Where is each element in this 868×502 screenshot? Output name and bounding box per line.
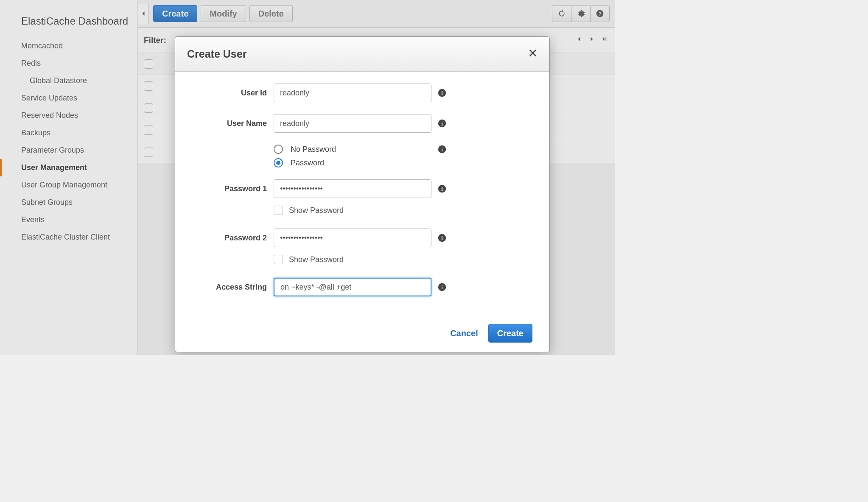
info-icon[interactable]: i: [437, 233, 447, 243]
sidebar-item-events[interactable]: Events: [0, 211, 137, 229]
select-all-checkbox[interactable]: [144, 59, 153, 69]
show-password1-checkbox[interactable]: [274, 206, 283, 215]
modal-header: Create User: [175, 37, 549, 72]
last-page-icon: [600, 35, 609, 43]
sidebar: ElastiCache Dashboard MemcachedRedisGlob…: [0, 0, 138, 355]
cancel-button[interactable]: Cancel: [450, 329, 478, 338]
info-icon[interactable]: i: [437, 88, 447, 98]
row-checkbox[interactable]: [144, 126, 153, 135]
sidebar-item-redis[interactable]: Redis: [0, 55, 137, 72]
sidebar-item-parameter-groups[interactable]: Parameter Groups: [0, 142, 137, 159]
sidebar-collapse-button[interactable]: [138, 3, 149, 24]
create-user-button[interactable]: Create: [488, 324, 532, 343]
sidebar-title: ElastiCache Dashboard: [0, 8, 137, 37]
password2-label: Password 2: [189, 234, 274, 243]
svg-text:i: i: [441, 186, 443, 192]
access-string-label: Access String: [189, 283, 274, 292]
row-checkbox[interactable]: [144, 81, 153, 91]
show-password2-checkbox[interactable]: [274, 255, 283, 264]
pager: [575, 35, 609, 46]
show-password1-label: Show Password: [289, 206, 344, 215]
show-password2-label: Show Password: [289, 255, 344, 264]
svg-text:i: i: [441, 90, 443, 96]
sidebar-item-backups[interactable]: Backups: [0, 124, 137, 142]
user-id-input[interactable]: [274, 84, 431, 102]
user-name-label: User Name: [189, 119, 274, 128]
page-prev-button[interactable]: [575, 35, 583, 46]
svg-text:i: i: [441, 147, 443, 153]
user-name-input[interactable]: [274, 114, 431, 133]
modal-title: Create User: [187, 48, 246, 60]
page-next-button[interactable]: [588, 35, 596, 46]
info-icon[interactable]: i: [437, 145, 447, 154]
access-string-input[interactable]: [274, 278, 431, 296]
help-button[interactable]: [590, 5, 610, 22]
refresh-icon: [557, 9, 566, 18]
svg-text:i: i: [441, 235, 443, 241]
help-icon: [596, 9, 604, 18]
gear-icon: [577, 9, 585, 18]
svg-text:i: i: [441, 284, 443, 290]
sidebar-item-memcached[interactable]: Memcached: [0, 37, 137, 55]
no-password-label: No Password: [291, 145, 336, 154]
svg-text:i: i: [441, 121, 443, 127]
modal-close-button[interactable]: [528, 47, 538, 61]
password1-label: Password 1: [189, 184, 274, 193]
sidebar-item-reserved-nodes[interactable]: Reserved Nodes: [0, 107, 137, 124]
sidebar-item-user-management[interactable]: User Management: [0, 159, 137, 176]
row-checkbox[interactable]: [144, 103, 153, 113]
no-password-radio[interactable]: [274, 145, 283, 154]
caret-left-icon: [139, 9, 148, 18]
create-button[interactable]: Create: [153, 5, 197, 22]
chevron-left-icon: [575, 35, 583, 43]
password-radio[interactable]: [274, 158, 283, 167]
sidebar-item-global-datastore[interactable]: Global Datastore: [0, 72, 137, 89]
password-label: Password: [291, 159, 324, 167]
create-user-modal: Create User User Id i User Name i No Pas…: [175, 36, 550, 352]
close-icon: [528, 48, 538, 58]
settings-button[interactable]: [571, 5, 591, 22]
user-id-label: User Id: [189, 89, 274, 98]
info-icon[interactable]: i: [437, 184, 447, 193]
refresh-button[interactable]: [552, 5, 571, 22]
password2-input[interactable]: [274, 229, 431, 247]
password1-input[interactable]: [274, 179, 431, 198]
sidebar-item-subnet-groups[interactable]: Subnet Groups: [0, 194, 137, 211]
sidebar-item-elasticache-cluster-client[interactable]: ElastiCache Cluster Client: [0, 229, 137, 246]
row-checkbox[interactable]: [144, 148, 153, 157]
chevron-right-icon: [588, 35, 596, 43]
page-last-button[interactable]: [600, 35, 609, 46]
info-icon[interactable]: i: [437, 282, 447, 292]
modify-button[interactable]: Modify: [201, 5, 246, 22]
info-icon[interactable]: i: [437, 119, 447, 128]
toolbar: Create Modify Delete: [138, 0, 615, 28]
delete-button[interactable]: Delete: [249, 5, 293, 22]
filter-label: Filter:: [144, 36, 166, 45]
sidebar-item-user-group-management[interactable]: User Group Management: [0, 176, 137, 194]
sidebar-item-service-updates[interactable]: Service Updates: [0, 89, 137, 107]
